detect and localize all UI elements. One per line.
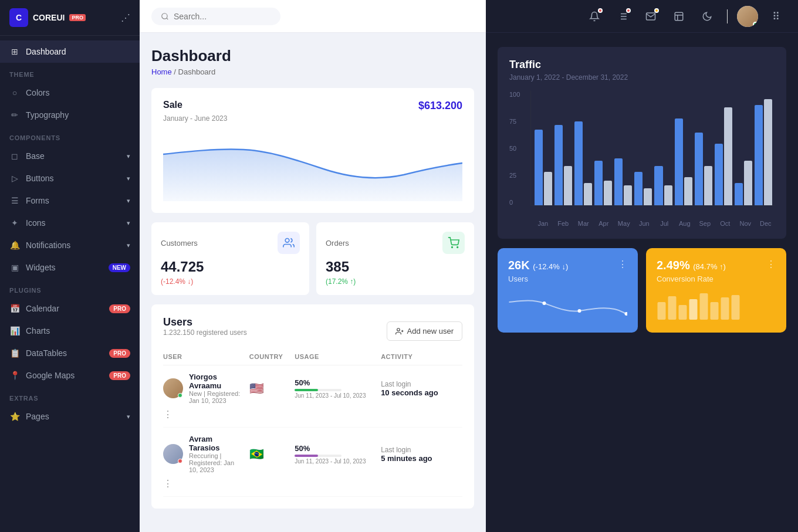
logo-text: COREUI [33, 13, 65, 22]
sidebar-item-datatables[interactable]: 📋 DataTables PRO [0, 342, 140, 364]
bar-blue [735, 183, 743, 205]
sale-title: Sale [163, 100, 182, 110]
users-card: Users 1.232.150 registered users Add new… [151, 304, 474, 509]
sidebar-item-label: Notifications [26, 240, 70, 250]
sale-subtitle: January - June 2023 [163, 114, 462, 123]
bar-blue [654, 166, 662, 205]
x-label: May [615, 220, 633, 227]
col-user: User [163, 353, 245, 360]
table-row: Avram Tarasios Reccuring | Registered: J… [163, 428, 462, 497]
datatables-pro-badge: PRO [109, 349, 130, 358]
col-activity: Activity [381, 353, 462, 360]
svg-rect-19 [679, 305, 687, 320]
sidebar-item-pages[interactable]: ⭐ Pages ▾ [0, 405, 140, 428]
conversion-widget-more-btn[interactable]: ⋮ [766, 259, 776, 270]
theme-toggle-btn[interactable] [696, 6, 718, 27]
conversion-widget-card[interactable]: 2.49% (84.7% ↑) ⋮ Conversion Rate [646, 248, 786, 333]
sidebar-item-icons[interactable]: ✦ Icons ▾ [0, 212, 140, 234]
sidebar-item-charts[interactable]: 📊 Charts [0, 320, 140, 342]
sidebar-item-googlemaps[interactable]: 📍 Google Maps PRO [0, 364, 140, 387]
chevron-down-icon: ▾ [127, 242, 130, 249]
sidebar-item-base[interactable]: ◻ Base ▾ [0, 145, 140, 167]
search-input[interactable] [174, 12, 268, 21]
usage-bar-2 [295, 455, 341, 457]
users-widget-card[interactable]: 26K (-12.4% ↓) ⋮ Users [498, 248, 638, 333]
sidebar-item-forms[interactable]: ☰ Forms ▾ [0, 189, 140, 212]
notifications-icon: 🔔 [9, 240, 20, 250]
activity-label-1: Last login [381, 380, 462, 388]
googlemaps-pro-badge: PRO [109, 371, 130, 380]
conversion-widget-label: Conversion Rate [657, 275, 776, 283]
users-icon [283, 237, 295, 249]
bar-blue [614, 158, 623, 205]
widgets-icon: ▣ [9, 262, 20, 273]
sidebar-item-colors[interactable]: ○ Colors [0, 82, 140, 104]
sidebar-item-notifications[interactable]: 🔔 Notifications ▾ [0, 234, 140, 256]
sidebar-item-dashboard[interactable]: ⊞ Dashboard [0, 40, 140, 63]
list-btn[interactable] [612, 6, 633, 27]
apps-btn[interactable]: ⠿ [765, 6, 786, 27]
usage-fill-1 [295, 389, 318, 391]
chevron-down-icon: ▾ [127, 219, 130, 227]
notifications-btn[interactable] [584, 6, 605, 27]
traffic-title: Traffic [509, 59, 775, 71]
main-area: ⠿ Dashboard Home / Dashboard Sale $613.2… [140, 0, 798, 532]
user-avatar[interactable] [737, 6, 758, 27]
translate-btn[interactable] [668, 6, 689, 27]
users-widget-more-btn[interactable]: ⋮ [618, 259, 627, 270]
sidebar-item-label: Icons [26, 218, 45, 228]
nav-section-components: COMPONENTS [0, 126, 140, 145]
bar-group [715, 107, 732, 205]
breadcrumb-home-link[interactable]: Home [151, 67, 172, 76]
avatar-status-dot [753, 22, 758, 27]
x-labels: JanFebMarAprMayJunJulAugSepOctNovDec [509, 220, 775, 227]
typography-icon: ✏ [9, 110, 20, 120]
svg-point-10 [457, 247, 458, 248]
svg-rect-17 [658, 302, 666, 320]
sidebar-item-widgets[interactable]: ▣ Widgets NEW [0, 256, 140, 279]
mail-btn[interactable] [640, 6, 661, 27]
sidebar-item-buttons[interactable]: ▷ Buttons ▾ [0, 167, 140, 189]
bar-group [634, 172, 652, 205]
sidebar-item-label: Colors [26, 88, 49, 97]
sidebar-item-calendar[interactable]: 📅 Calendar PRO [0, 297, 140, 320]
users-title: Users [163, 316, 247, 328]
x-label: Oct [716, 220, 735, 227]
col-country: Country [249, 353, 290, 360]
x-label: Jul [655, 220, 674, 227]
page-title: Dashboard [151, 47, 474, 65]
bar-blue [574, 121, 583, 205]
icons-icon: ✦ [9, 218, 20, 228]
calendar-icon: 📅 [9, 303, 20, 314]
x-label: Jun [635, 220, 654, 227]
search-box[interactable] [151, 8, 280, 25]
svg-rect-18 [668, 296, 677, 320]
svg-rect-7 [675, 12, 683, 21]
row-more-btn-1[interactable]: ⋮ [163, 409, 245, 420]
sidebar-item-typography[interactable]: ✏ Typography [0, 104, 140, 126]
row-more-btn-2[interactable]: ⋮ [163, 478, 245, 489]
customers-label: Customers [161, 239, 198, 248]
calendar-pro-badge: PRO [109, 304, 130, 313]
list-icon [617, 11, 628, 22]
activity-value-1: 10 seconds ago [381, 388, 462, 397]
table-row: Yiorgos Avraamu New | Registered: Jan 10… [163, 365, 462, 428]
header-icons: ⠿ [584, 6, 786, 27]
sidebar-toggle-btn[interactable]: ⋰ [121, 12, 130, 23]
users-mini-chart [508, 290, 627, 320]
svg-point-8 [285, 239, 289, 243]
add-user-icon [395, 327, 404, 336]
breadcrumb: Home / Dashboard [151, 67, 474, 76]
svg-rect-24 [732, 295, 740, 320]
svg-rect-23 [721, 297, 729, 320]
sidebar-item-label: Calendar [26, 304, 59, 313]
user-sub-2: Reccuring | Registered: Jan 10, 2023 [189, 452, 245, 473]
sidebar-item-label: DataTables [26, 348, 67, 358]
breadcrumb-separator: / [174, 67, 178, 76]
add-user-button[interactable]: Add new user [387, 321, 463, 341]
bell-icon [589, 11, 600, 22]
orders-stat-card: Orders 385 (17.2% ↑) [316, 222, 474, 295]
flag-cell-1: 🇺🇸 [249, 381, 290, 395]
x-label: Apr [595, 220, 613, 227]
logo-icon: C [9, 8, 28, 27]
